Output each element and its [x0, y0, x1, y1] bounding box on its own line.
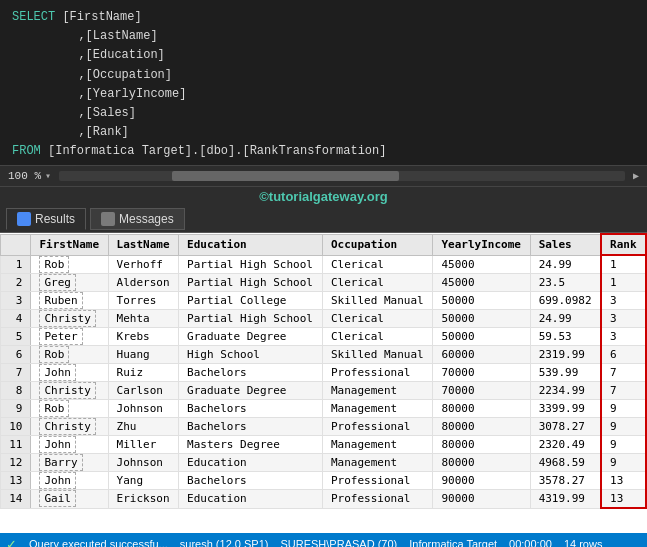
cell-rank: 7 [601, 364, 646, 382]
cell-education: Bachelors [179, 472, 323, 490]
cell-education: Graduate Degree [179, 328, 323, 346]
tabs-bar: Results Messages [0, 206, 647, 233]
row-number: 10 [1, 418, 31, 436]
cell-yearlyincome: 80000 [433, 418, 530, 436]
tab-results[interactable]: Results [6, 208, 86, 230]
row-number: 3 [1, 292, 31, 310]
keyword-from: FROM [12, 142, 41, 161]
cell-rank: 9 [601, 418, 646, 436]
cell-education: Partial High School [179, 274, 323, 292]
cell-yearlyincome: 80000 [433, 400, 530, 418]
row-number: 7 [1, 364, 31, 382]
table-row: 11JohnMillerMasters DegreeManagement8000… [1, 436, 647, 454]
cell-rank: 9 [601, 454, 646, 472]
cell-sales: 3399.99 [530, 400, 601, 418]
cell-education: Education [179, 490, 323, 509]
cell-education: Graduate Degree [179, 382, 323, 400]
scroll-right-icon[interactable]: ▶ [633, 170, 639, 182]
row-number: 11 [1, 436, 31, 454]
cell-firstname: Barry [31, 454, 108, 472]
table-row: 10ChristyZhuBachelorsProfessional8000030… [1, 418, 647, 436]
row-number: 4 [1, 310, 31, 328]
status-bar: ✓ Query executed successfu... suresh (12… [0, 533, 647, 547]
cell-rank: 1 [601, 274, 646, 292]
cell-occupation: Management [322, 436, 433, 454]
watermark: ©tutorialgateway.org [0, 187, 647, 206]
cell-yearlyincome: 70000 [433, 382, 530, 400]
table-row: 1RobVerhoffPartial High SchoolClerical45… [1, 255, 647, 274]
status-user: suresh (12.0 SP1) [180, 538, 269, 547]
cell-yearlyincome: 50000 [433, 310, 530, 328]
cell-lastname: Erickson [108, 490, 178, 509]
cell-occupation: Clerical [322, 274, 433, 292]
cell-yearlyincome: 80000 [433, 436, 530, 454]
cell-rank: 9 [601, 400, 646, 418]
cell-rank: 13 [601, 472, 646, 490]
cell-firstname: John [31, 364, 108, 382]
cell-yearlyincome: 90000 [433, 472, 530, 490]
cell-lastname: Johnson [108, 454, 178, 472]
table-row: 14GailEricksonEducationProfessional90000… [1, 490, 647, 509]
col-header-occupation: Occupation [322, 234, 433, 255]
cell-sales: 3578.27 [530, 472, 601, 490]
row-number: 13 [1, 472, 31, 490]
cell-sales: 3078.27 [530, 418, 601, 436]
row-number: 5 [1, 328, 31, 346]
cell-occupation: Clerical [322, 255, 433, 274]
cell-firstname: Ruben [31, 292, 108, 310]
results-table: FirstName LastName Education Occupation … [0, 233, 647, 509]
col-header-education: Education [179, 234, 323, 255]
cell-lastname: Carlson [108, 382, 178, 400]
row-number: 6 [1, 346, 31, 364]
tab-results-label: Results [35, 212, 75, 226]
cell-rank: 9 [601, 436, 646, 454]
zoom-value: 100 % [8, 170, 41, 182]
cell-occupation: Management [322, 382, 433, 400]
results-table-container[interactable]: FirstName LastName Education Occupation … [0, 233, 647, 533]
table-row: 6RobHuangHigh SchoolSkilled Manual600002… [1, 346, 647, 364]
cell-education: Partial College [179, 292, 323, 310]
cell-sales: 2319.99 [530, 346, 601, 364]
cell-lastname: Huang [108, 346, 178, 364]
col-header-yearlyincome: YearlyIncome [433, 234, 530, 255]
row-number: 9 [1, 400, 31, 418]
status-query: Query executed successfu... [29, 538, 168, 547]
row-number: 12 [1, 454, 31, 472]
cell-education: Partial High School [179, 255, 323, 274]
cell-education: Bachelors [179, 364, 323, 382]
cell-rank: 7 [601, 382, 646, 400]
cell-firstname: Gail [31, 490, 108, 509]
cell-firstname: John [31, 472, 108, 490]
horizontal-scrollbar[interactable] [59, 171, 625, 181]
cell-yearlyincome: 70000 [433, 364, 530, 382]
cell-lastname: Torres [108, 292, 178, 310]
cell-sales: 4319.99 [530, 490, 601, 509]
cell-rank: 1 [601, 255, 646, 274]
cell-rank: 3 [601, 310, 646, 328]
cell-lastname: Ruiz [108, 364, 178, 382]
cell-occupation: Clerical [322, 328, 433, 346]
zoom-dropdown-icon[interactable]: ▾ [45, 170, 51, 182]
cell-sales: 4968.59 [530, 454, 601, 472]
cell-firstname: Rob [31, 255, 108, 274]
cell-rank: 6 [601, 346, 646, 364]
col-header-sales: Sales [530, 234, 601, 255]
col-header-rownum [1, 234, 31, 255]
status-time: 00:00:00 [509, 538, 552, 547]
tab-messages[interactable]: Messages [90, 208, 185, 230]
cell-firstname: Peter [31, 328, 108, 346]
sql-editor[interactable]: SELECT [FirstName] ,[LastName] ,[Educati… [0, 0, 647, 165]
cell-rank: 13 [601, 490, 646, 509]
cell-firstname: Christy [31, 310, 108, 328]
cell-sales: 539.99 [530, 364, 601, 382]
cell-yearlyincome: 50000 [433, 292, 530, 310]
cell-occupation: Skilled Manual [322, 292, 433, 310]
status-rows: 14 rows [564, 538, 603, 547]
zoom-bar: 100 % ▾ ▶ [0, 165, 647, 187]
cell-occupation: Professional [322, 490, 433, 509]
row-number: 2 [1, 274, 31, 292]
cell-firstname: Christy [31, 418, 108, 436]
tab-messages-label: Messages [119, 212, 174, 226]
cell-education: Education [179, 454, 323, 472]
cell-firstname: John [31, 436, 108, 454]
